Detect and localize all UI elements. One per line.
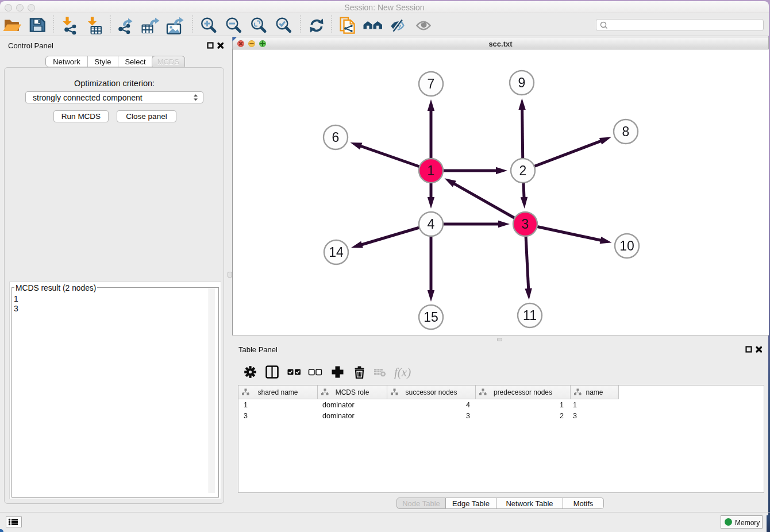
svg-text:11: 11 — [523, 308, 537, 323]
svg-text:f(x): f(x) — [394, 365, 411, 379]
svg-text:1: 1 — [428, 163, 435, 178]
svg-text:7: 7 — [428, 76, 435, 91]
svg-text:15: 15 — [424, 310, 438, 325]
svg-text:9: 9 — [518, 75, 526, 90]
svg-text:4: 4 — [428, 217, 435, 232]
svg-text:3: 3 — [522, 217, 529, 232]
svg-text:6: 6 — [332, 130, 340, 145]
svg-text:10: 10 — [619, 238, 634, 253]
svg-text:2: 2 — [519, 163, 527, 178]
svg-text:8: 8 — [622, 124, 630, 139]
svg-text:14: 14 — [329, 245, 344, 260]
